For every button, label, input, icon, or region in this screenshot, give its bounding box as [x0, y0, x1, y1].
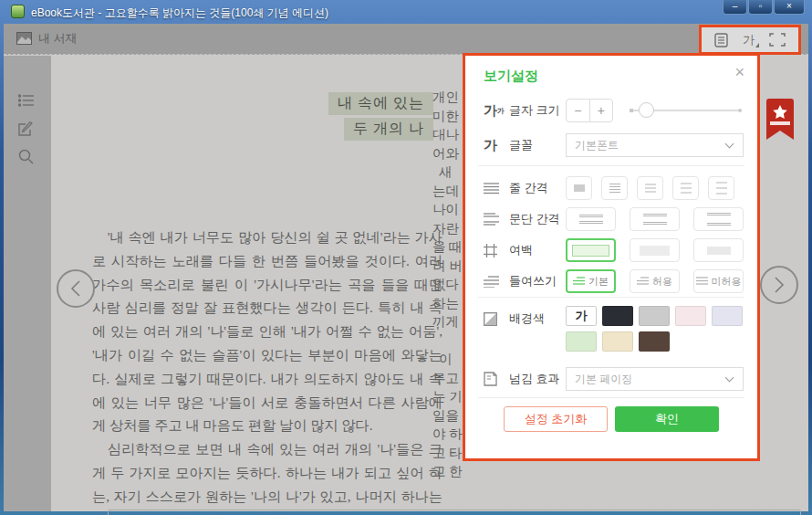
font-size-minus-button[interactable]: −: [567, 100, 590, 121]
bg-color-swatch-7[interactable]: [602, 331, 633, 352]
view-toolbar-highlight: 가: [699, 25, 801, 55]
font-size-slider-handle[interactable]: [639, 102, 654, 118]
minimize-button[interactable]: –: [723, 0, 747, 15]
line-spacing-option-4[interactable]: [672, 176, 699, 200]
line-spacing-option-2[interactable]: [601, 176, 628, 200]
chapter-title-line1: 내 속에 있는: [328, 92, 433, 115]
indent-option-default[interactable]: 기본: [566, 269, 616, 293]
margin-option-1[interactable]: [566, 238, 616, 262]
font-family-select[interactable]: 기본폰트: [566, 133, 744, 157]
ebook-reader-window: eBook도서관 - 고요할수록 밝아지는 것들(100쇄 기념 에디션) – …: [0, 0, 812, 515]
font-family-label: 글꼴: [509, 137, 533, 153]
paragraph-spacing-option-3[interactable]: [693, 207, 744, 231]
bg-color-swatch-5[interactable]: [712, 306, 743, 326]
bg-color-row: 배경색 가: [484, 306, 744, 331]
line-spacing-row: 줄 간격: [484, 175, 744, 201]
page-effect-select[interactable]: 기본 페이징: [566, 367, 744, 391]
bg-color-swatches: 가: [566, 306, 763, 352]
bg-color-swatch-1[interactable]: 가: [566, 306, 597, 326]
sidebar: [4, 56, 51, 511]
line-spacing-option-3[interactable]: [637, 176, 663, 200]
search-icon[interactable]: [18, 149, 34, 164]
bottom-toolbar: ⚙ % 이동 ⇤ ⇥ 11% (29 / 272): [108, 510, 801, 515]
page-effect-value: 기본 페이징: [575, 373, 632, 385]
chevron-down-icon: [725, 373, 734, 383]
book-paragraph: '내 속엔 내가 너무도 많아 당신의 쉴 곳 없네'라는 가사로 시작하는 노…: [92, 226, 442, 437]
paragraph-spacing-option-1[interactable]: [566, 207, 616, 231]
bg-color-label: 배경색: [509, 310, 545, 327]
paragraph-spacing-row: 문단 간격: [484, 206, 744, 232]
indent-icon: [484, 276, 509, 288]
paragraph-spacing-icon: [484, 213, 509, 226]
paragraph-spacing-option-2[interactable]: [630, 207, 680, 231]
my-library-label: 내 서재: [38, 30, 78, 47]
divider: [478, 165, 744, 166]
app-icon: [11, 5, 25, 18]
line-spacing-icon: [484, 183, 509, 194]
book-paragraph: 심리학적으로 보면 내 속에 있는 여러 개의 '나'들은 크게 두 가지로 모…: [92, 437, 442, 515]
page-effect-label: 넘김 효과: [509, 371, 560, 387]
paragraph-spacing-label: 문단 간격: [509, 211, 560, 227]
bg-color-icon: [484, 312, 509, 326]
bg-color-swatch-6[interactable]: [566, 331, 597, 352]
my-library-button[interactable]: 내 서재: [16, 30, 78, 47]
font-family-row: 가 글꼴 기본폰트: [484, 132, 744, 158]
font-family-icon: 가: [484, 137, 509, 154]
note-edit-icon[interactable]: [18, 121, 34, 137]
library-icon: [16, 32, 32, 45]
book-body-text: '내 속엔 내가 너무도 많아 당신의 쉴 곳 없네'라는 가사로 시작하는 노…: [92, 226, 442, 515]
font-size-label: 글자 크기: [509, 102, 560, 119]
reset-settings-button[interactable]: 설정 초기화: [504, 406, 608, 432]
font-size-icon: 가가: [484, 102, 509, 120]
table-of-contents-icon[interactable]: [18, 94, 35, 107]
window-title: eBook도서관 - 고요할수록 밝아지는 것들(100쇄 기념 에디션): [31, 5, 328, 21]
margin-icon: [484, 244, 509, 258]
bg-color-swatch-4[interactable]: [675, 306, 706, 326]
chapter-title-line2: 두 개의 나: [344, 118, 433, 141]
divider: [478, 297, 744, 298]
margin-option-2[interactable]: [630, 238, 680, 262]
prev-page-button[interactable]: [57, 269, 95, 308]
right-page-line: 고 한: [432, 462, 474, 481]
margin-option-3[interactable]: [693, 238, 744, 262]
indent-option-disallow[interactable]: 미허용: [693, 269, 744, 293]
font-size-slider[interactable]: [630, 101, 744, 120]
margin-row: 여백: [484, 237, 744, 263]
page-effect-row: 넘김 효과 기본 페이징: [484, 366, 744, 392]
line-spacing-option-5[interactable]: [708, 176, 734, 200]
indent-option-allow[interactable]: 허용: [630, 269, 680, 293]
line-spacing-option-1[interactable]: [566, 176, 592, 200]
confirm-button[interactable]: 확인: [615, 406, 719, 432]
next-page-button[interactable]: [760, 266, 798, 304]
font-size-plus-button[interactable]: +: [590, 100, 613, 121]
margin-label: 여백: [509, 242, 533, 258]
maximize-button[interactable]: ▫: [748, 0, 773, 15]
line-spacing-label: 줄 간격: [509, 180, 548, 196]
indent-label: 들여쓰기: [509, 273, 557, 289]
font-family-value: 기본폰트: [575, 139, 619, 152]
indent-row: 들여쓰기 기본 허용 미허용: [484, 268, 744, 294]
title-bar: eBook도서관 - 고요할수록 밝아지는 것들(100쇄 기념 에디션) – …: [0, 0, 812, 24]
view-settings-icon[interactable]: 가: [743, 32, 755, 48]
fullscreen-icon[interactable]: [769, 33, 786, 47]
panel-close-icon[interactable]: ×: [734, 63, 744, 82]
font-size-row: 가가 글자 크기 − +: [484, 98, 744, 123]
chevron-down-icon: [725, 140, 734, 149]
bg-color-swatch-3[interactable]: [639, 306, 670, 326]
bg-color-swatch-8[interactable]: [639, 331, 670, 352]
close-button[interactable]: ×: [774, 0, 805, 15]
view-settings-panel: 보기설정 × 가가 글자 크기 − + 가 글꼴 기본: [463, 53, 760, 461]
contents-view-icon[interactable]: [714, 33, 728, 47]
bookmark-ribbon-icon[interactable]: [766, 99, 794, 141]
panel-title: 보기설정: [484, 68, 538, 85]
font-size-stepper[interactable]: − +: [566, 99, 613, 122]
app-header: 내 서재 가: [4, 24, 808, 55]
divider: [478, 397, 744, 398]
page-effect-icon: [484, 372, 509, 386]
bg-color-swatch-2[interactable]: [602, 306, 633, 326]
